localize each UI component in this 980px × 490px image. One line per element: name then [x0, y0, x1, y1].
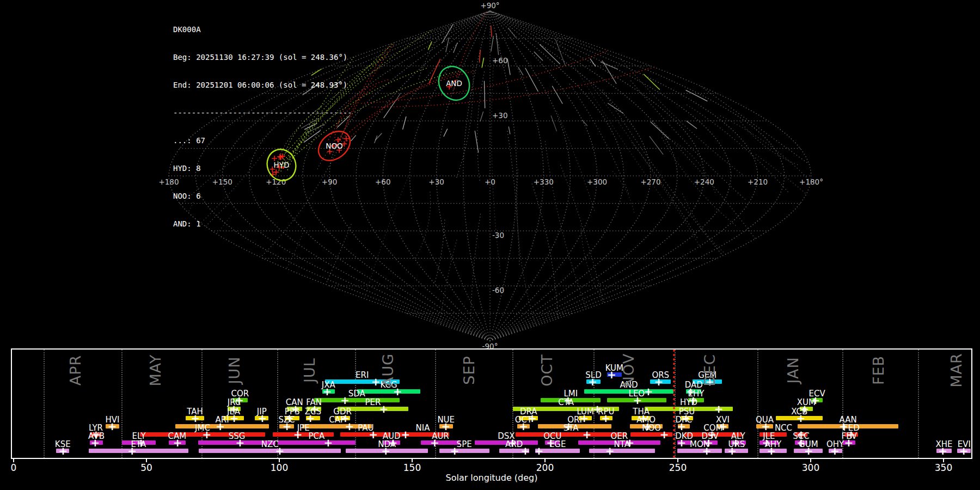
shower-bar-eta	[89, 449, 188, 453]
shower-peak-zcs: +	[305, 413, 316, 424]
begin-time: Beg: 20251130 16:27:39 (sol = 248.36°)	[173, 53, 352, 62]
lon-label: +0	[485, 177, 495, 186]
month-label: NOV	[620, 353, 637, 387]
shower-peak-jmc: +	[201, 429, 212, 440]
shower-peak-nda: +	[381, 445, 391, 456]
month-label: AUG	[379, 353, 396, 387]
shower-peak-ege: +	[534, 445, 544, 456]
shower-bar-mon	[677, 449, 722, 453]
station-code: DK000A	[173, 25, 352, 34]
axis-tick-label: 250	[669, 462, 687, 473]
count-sporadic: ...: 67	[173, 136, 352, 145]
month-label: MAR	[947, 353, 964, 388]
shower-peak-ohy: +	[829, 445, 840, 456]
month-label: DEC	[701, 354, 718, 387]
current-sol-line	[673, 350, 675, 458]
shower-peak-tah: +	[190, 413, 201, 424]
shower-peak-cam: +	[172, 437, 183, 448]
count-hyd: HYD: 8	[173, 164, 352, 173]
shower-peak-eta: +	[127, 445, 138, 456]
shower-peak-evi: +	[958, 445, 969, 456]
shower-peak-hyd: +	[713, 403, 724, 414]
end-time: End: 20251201 06:00:06 (sol = 248.93°)	[173, 81, 352, 90]
month-label: APR	[67, 355, 84, 386]
shower-peak-jxa: +	[322, 386, 333, 397]
shower-peak-ors: +	[653, 376, 664, 387]
shower-label-cta: CTA	[547, 397, 585, 407]
info-block: DK000A Beg: 20251130 16:27:39 (sol = 248…	[173, 7, 352, 247]
shower-bar-nta	[589, 449, 656, 453]
month-label: JUL	[301, 358, 318, 383]
lon-label: +30	[428, 177, 444, 186]
axis-tick-label: 0	[11, 462, 17, 473]
month-label: OCT	[538, 354, 555, 387]
axis-tick-label: 200	[536, 462, 554, 473]
shower-peak-oct: +	[518, 421, 529, 432]
lon-label: +330	[534, 177, 554, 186]
shower-peak-leo: +	[632, 395, 643, 406]
sky-map: +180+150+120+90+60+30+0+330+300+270+240+…	[0, 0, 980, 348]
pole-label-top: +90°	[480, 1, 499, 10]
month-label: JUN	[226, 357, 243, 384]
shower-bar-nzc	[199, 449, 341, 453]
axis-tick-label: 50	[140, 462, 152, 473]
shower-peak-ssg: +	[235, 437, 246, 448]
lat-label: +60	[492, 56, 508, 65]
shower-bar-pca	[278, 440, 356, 445]
shower-peak-pca: +	[323, 437, 334, 448]
shower-peak-jip: +	[257, 413, 268, 424]
shower-peak-sld: +	[587, 376, 598, 387]
separator: ---------------------------------------	[173, 108, 352, 118]
shower-peak-rpu: +	[601, 413, 611, 424]
shower-peak-sta: +	[581, 429, 592, 440]
lon-label: +210	[748, 177, 768, 186]
lat-label: -30	[492, 231, 504, 240]
shower-peak-dpc: +	[676, 421, 687, 432]
axis-tick-label: 300	[802, 462, 819, 473]
lon-label: +240	[694, 177, 714, 186]
shower-peak-nzc: +	[274, 445, 285, 456]
shower-label-eta: ETA	[119, 439, 157, 449]
shower-peak-mon: +	[701, 445, 712, 456]
shower-peak-urs: +	[727, 445, 738, 456]
shower-bar-spe	[439, 449, 489, 453]
lat-label: -60	[492, 286, 504, 295]
shower-peak-xcb: +	[795, 413, 806, 424]
month-label: FEB	[869, 356, 886, 385]
axis-tick-label: 100	[271, 462, 288, 473]
shower-peak-nue: +	[440, 421, 451, 432]
shower-label-hyd: HYD	[670, 397, 708, 407]
shower-peak-per: +	[378, 403, 389, 414]
lon-label: +180°	[799, 177, 823, 186]
count-and: AND: 1	[173, 219, 352, 229]
shower-peak-aur: +	[429, 437, 440, 448]
shower-peak-ard: +	[520, 445, 531, 456]
lat-label: +30	[492, 111, 508, 120]
lon-label: +60	[375, 177, 391, 186]
app-root: +180+150+120+90+60+30+0+330+300+270+240+…	[0, 0, 980, 490]
month-label: MAY	[147, 354, 164, 386]
x-axis-title: Solar longitude (deg)	[410, 473, 573, 483]
shower-peak-avb: +	[90, 437, 101, 448]
lon-label: +300	[587, 177, 607, 186]
shower-label-mon: MON	[681, 439, 719, 449]
month-boundary-line	[918, 350, 919, 458]
axis-tick-label: 350	[935, 462, 952, 473]
shower-peak-kcg: +	[392, 386, 403, 397]
count-noo: NOO: 6	[173, 192, 352, 201]
axis-tick-label: 150	[403, 462, 421, 473]
shower-peak-nta: +	[604, 445, 615, 456]
shower-peak-spe: +	[449, 445, 460, 456]
shower-peak-sda: +	[340, 395, 351, 406]
shower-peak-ahy: +	[766, 445, 777, 456]
pole-label-bottom: -90°	[482, 342, 498, 348]
radiant-label-and: AND	[446, 79, 462, 88]
month-label: SEP	[460, 356, 477, 384]
shower-peak-gum: +	[803, 445, 814, 456]
shower-peak-kse: +	[58, 445, 69, 456]
month-label: JAN	[784, 357, 801, 383]
